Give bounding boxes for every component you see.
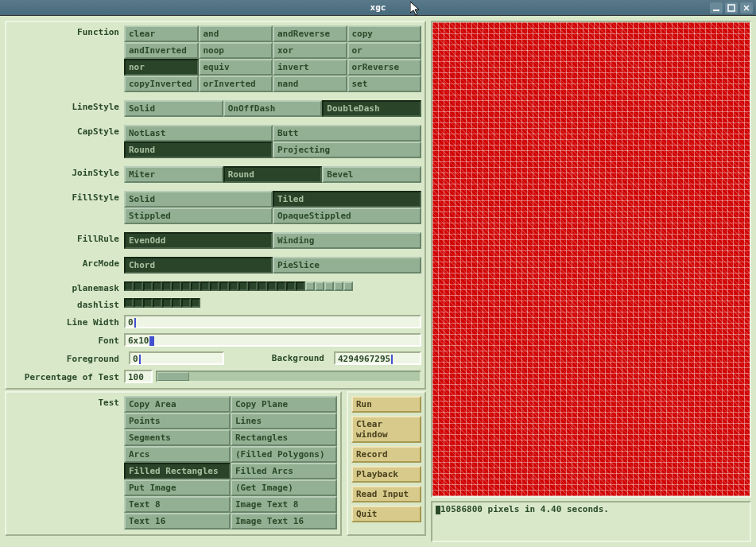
pct-input[interactable]: 100 (124, 370, 153, 383)
bit-toggle[interactable] (219, 281, 229, 291)
test-option[interactable]: Segments (124, 429, 231, 446)
function-option[interactable]: copyInverted (124, 76, 199, 92)
bit-toggle[interactable] (200, 281, 210, 291)
test-option[interactable]: (Get Image) (231, 479, 337, 496)
function-option[interactable]: copy (347, 25, 422, 42)
cmd-record[interactable]: Record (351, 446, 421, 463)
lineStyle-option[interactable]: DoubleDash (322, 100, 421, 117)
function-option[interactable]: nand (273, 76, 347, 92)
function-option[interactable]: andInverted (124, 42, 199, 59)
cmd-playback[interactable]: Playback (351, 466, 421, 483)
test-option[interactable]: Filled Rectangles (124, 463, 231, 479)
arcMode-option[interactable]: PieSlice (273, 257, 421, 274)
bit-toggle[interactable] (181, 298, 191, 308)
bit-toggle[interactable] (143, 298, 153, 308)
test-option[interactable]: Lines (231, 413, 337, 429)
function-option[interactable]: andReverse (273, 25, 347, 42)
test-option[interactable]: Image Text 16 (231, 513, 337, 530)
cmd-clear-window[interactable]: Clear window (351, 416, 421, 443)
fillStyle-option[interactable]: Stippled (124, 208, 273, 224)
cmd-run[interactable]: Run (351, 396, 421, 413)
function-option[interactable]: orInverted (199, 76, 273, 92)
capStyle-option[interactable]: Projecting (273, 142, 421, 158)
cmd-quit[interactable]: Quit (351, 506, 421, 522)
label-linestyle: LineStyle (10, 100, 124, 112)
function-option[interactable]: equiv (199, 59, 273, 76)
window-title: xgc (370, 2, 386, 13)
bit-toggle[interactable] (286, 281, 296, 291)
function-option[interactable]: set (347, 76, 422, 92)
function-option[interactable]: and (199, 25, 273, 42)
bit-toggle[interactable] (248, 281, 258, 291)
test-option[interactable]: Rectangles (231, 429, 337, 446)
fillStyle-option[interactable]: OpaqueStippled (273, 208, 421, 224)
lineStyle-option[interactable]: Solid (124, 100, 223, 117)
bit-toggle[interactable] (277, 281, 286, 291)
cmd-read-input[interactable]: Read Input (351, 486, 421, 502)
test-option[interactable]: Copy Plane (231, 396, 337, 413)
linewidth-input[interactable]: 0 (124, 315, 421, 328)
function-option[interactable]: nor (124, 59, 199, 76)
fillRule-option[interactable]: Winding (273, 232, 421, 249)
minimize-button[interactable] (710, 2, 723, 14)
foreground-input[interactable]: 0 (129, 351, 224, 365)
bit-toggle[interactable] (343, 281, 353, 291)
bit-toggle[interactable] (162, 298, 172, 308)
bit-toggle[interactable] (191, 281, 200, 291)
bit-toggle[interactable] (210, 281, 219, 291)
bit-toggle[interactable] (334, 281, 343, 291)
close-button[interactable] (740, 2, 753, 14)
bit-toggle[interactable] (143, 281, 153, 291)
test-option[interactable]: Text 16 (124, 513, 231, 530)
bit-toggle[interactable] (134, 298, 143, 308)
bit-toggle[interactable] (315, 281, 324, 291)
function-option[interactable]: or (347, 42, 422, 59)
bit-toggle[interactable] (267, 281, 277, 291)
bit-toggle[interactable] (258, 281, 267, 291)
bit-toggle[interactable] (238, 281, 248, 291)
bit-toggle[interactable] (134, 281, 143, 291)
bit-toggle[interactable] (153, 281, 162, 291)
capStyle-option[interactable]: Butt (273, 125, 421, 142)
test-option[interactable]: Text 8 (124, 496, 231, 513)
bit-toggle[interactable] (124, 281, 134, 291)
test-option[interactable]: Filled Arcs (231, 463, 337, 479)
test-option[interactable]: Points (124, 413, 231, 429)
bit-toggle[interactable] (305, 281, 315, 291)
joinStyle-option[interactable]: Round (223, 166, 323, 183)
lineStyle-option[interactable]: OnOffDash (223, 100, 323, 117)
fillStyle-option[interactable]: Tiled (273, 191, 421, 208)
capStyle-option[interactable]: Round (124, 142, 273, 158)
test-option[interactable]: Arcs (124, 446, 231, 463)
maximize-button[interactable] (725, 2, 738, 14)
joinstyle-group: MiterRoundBevel (124, 166, 421, 183)
fillRule-option[interactable]: EvenOdd (124, 232, 273, 249)
joinStyle-option[interactable]: Bevel (322, 166, 421, 183)
test-option[interactable]: Image Text 8 (231, 496, 337, 513)
bit-toggle[interactable] (162, 281, 172, 291)
pct-scrollbar[interactable] (156, 370, 421, 382)
fillStyle-option[interactable]: Solid (124, 191, 273, 208)
bit-toggle[interactable] (229, 281, 238, 291)
bit-toggle[interactable] (181, 281, 191, 291)
bit-toggle[interactable] (172, 298, 181, 308)
function-option[interactable]: invert (273, 59, 347, 76)
bit-toggle[interactable] (296, 281, 305, 291)
arcMode-option[interactable]: Chord (124, 257, 273, 274)
function-option[interactable]: noop (199, 42, 273, 59)
background-input[interactable]: 4294967295 (334, 351, 421, 365)
bit-toggle[interactable] (191, 298, 200, 308)
capStyle-option[interactable]: NotLast (124, 125, 273, 142)
function-option[interactable]: xor (273, 42, 347, 59)
bit-toggle[interactable] (172, 281, 181, 291)
test-option[interactable]: Put Image (124, 479, 231, 496)
function-option[interactable]: orReverse (347, 59, 422, 76)
test-option[interactable]: (Filled Polygons) (231, 446, 337, 463)
test-option[interactable]: Copy Area (124, 396, 231, 413)
bit-toggle[interactable] (153, 298, 162, 308)
bit-toggle[interactable] (124, 298, 134, 308)
function-option[interactable]: clear (124, 25, 199, 42)
bit-toggle[interactable] (324, 281, 334, 291)
joinStyle-option[interactable]: Miter (124, 166, 223, 183)
font-input[interactable]: 6x10 (124, 333, 421, 347)
